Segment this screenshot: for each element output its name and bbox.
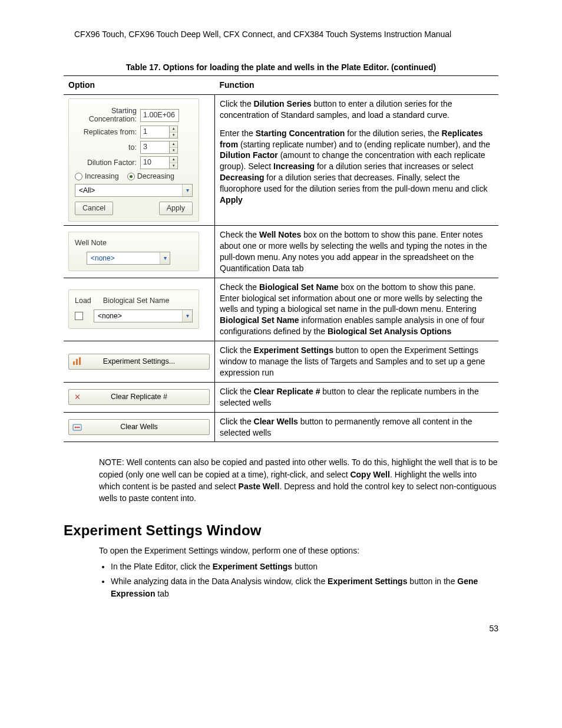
- start-conc-label: Starting Concentration:: [75, 107, 137, 124]
- clear-replicate-label: Clear Replicate #: [111, 392, 167, 402]
- well-note-title: Well Note: [75, 238, 193, 248]
- svg-rect-0: [73, 361, 75, 365]
- repl-to-input[interactable]: 3: [140, 141, 169, 154]
- chevron-down-icon[interactable]: ▾: [160, 252, 170, 264]
- clear-rep-function: Click the Clear Replicate # button to cl…: [215, 382, 499, 412]
- table-caption: Table 17. Options for loading the plate …: [64, 62, 498, 72]
- chevron-down-icon[interactable]: ▾: [182, 185, 192, 196]
- clear-replicate-button[interactable]: ✕ Clear Replicate #: [68, 389, 210, 405]
- start-conc-input[interactable]: 1.00E+06: [140, 109, 179, 122]
- wellnote-function: Check the Well Notes box on the bottom t…: [215, 226, 499, 278]
- repl-to-spinner[interactable]: ▴▾: [169, 141, 178, 154]
- bio-load-checkbox[interactable]: [75, 312, 83, 320]
- fluorophore-combo[interactable]: <All> ▾: [75, 184, 193, 197]
- experiment-settings-label: Experiment Settings...: [103, 357, 175, 367]
- cancel-button[interactable]: Cancel: [75, 202, 113, 215]
- svg-rect-1: [76, 359, 78, 365]
- open-intro: To open the Experiment Settings window, …: [99, 545, 498, 557]
- bio-function: Check the Biological Set Name box on the…: [215, 278, 499, 341]
- settings-bars-icon: [72, 357, 82, 366]
- bio-load-label: Load: [75, 296, 91, 306]
- bullet-1: In the Plate Editor, click the Experimen…: [111, 561, 498, 573]
- dil-factor-input[interactable]: 10: [140, 156, 169, 169]
- dil-factor-label: Dilution Factor:: [75, 158, 137, 168]
- section-body: To open the Experiment Settings window, …: [99, 545, 498, 600]
- chevron-down-icon[interactable]: ▾: [182, 310, 192, 322]
- page-number: 53: [64, 624, 498, 633]
- options-table: Option Function Starting Concentration: …: [64, 75, 498, 442]
- increasing-label: Increasing: [85, 172, 119, 182]
- bio-combo-text: <none>: [94, 311, 182, 321]
- col-function: Function: [215, 76, 499, 95]
- exp-function: Click the Experiment Settings button to …: [215, 341, 499, 383]
- experiment-settings-button[interactable]: Experiment Settings...: [68, 354, 210, 370]
- repl-from-input[interactable]: 1: [140, 126, 169, 139]
- bio-panel: Load Biological Set Name <none> ▾: [68, 289, 199, 329]
- dilution-function: Click the Dilution Series button to ente…: [215, 94, 499, 225]
- well-note-combo[interactable]: <none> ▾: [87, 252, 170, 265]
- svg-rect-2: [79, 357, 81, 365]
- bio-combo[interactable]: <none> ▾: [94, 309, 193, 322]
- repl-from-label: Replicates from:: [75, 127, 137, 137]
- dilution-panel: Starting Concentration: 1.00E+06 Replica…: [68, 98, 199, 222]
- svg-point-4: [75, 426, 77, 428]
- decreasing-radio[interactable]: Decreasing: [127, 172, 174, 182]
- well-note-combo-text: <none>: [87, 253, 160, 263]
- col-option: Option: [64, 76, 215, 95]
- svg-point-5: [77, 426, 78, 428]
- bio-title: Biological Set Name: [103, 296, 170, 306]
- svg-point-6: [78, 426, 80, 428]
- clear-wells-function: Click the Clear Wells button to permanen…: [215, 412, 499, 442]
- section-heading: Experiment Settings Window: [64, 522, 498, 539]
- clear-replicate-icon: ✕: [72, 393, 82, 402]
- fluorophore-combo-text: <All>: [75, 186, 182, 195]
- clear-wells-icon: [72, 423, 82, 432]
- decreasing-label: Decreasing: [137, 172, 174, 182]
- clear-wells-label: Clear Wells: [120, 422, 158, 432]
- repl-to-label: to:: [75, 143, 137, 153]
- page-header: CFX96 Touch, CFX96 Touch Deep Well, CFX …: [64, 29, 498, 39]
- repl-from-spinner[interactable]: ▴▾: [169, 126, 178, 139]
- well-note-panel: Well Note <none> ▾: [68, 232, 199, 271]
- clear-wells-button[interactable]: Clear Wells: [68, 419, 210, 435]
- note-block: NOTE: Well contents can also be copied a…: [99, 456, 498, 504]
- bullet-2: While analyzing data in the Data Analysi…: [111, 575, 498, 600]
- increasing-radio[interactable]: Increasing: [75, 172, 119, 182]
- dil-factor-spinner[interactable]: ▴▾: [169, 156, 178, 169]
- apply-button[interactable]: Apply: [159, 202, 193, 215]
